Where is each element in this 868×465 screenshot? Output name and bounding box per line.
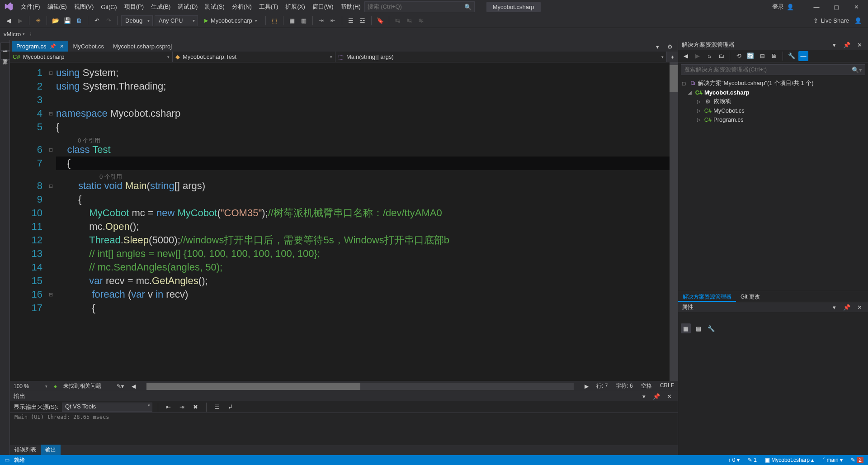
nav-project-combo[interactable]: C# Mycobot.csharp ▾ xyxy=(10,52,173,62)
brush-icon[interactable]: ✎▾ xyxy=(117,383,124,389)
output-close-button[interactable]: ✕ xyxy=(664,391,674,401)
prop-dropdown-button[interactable]: ▾ xyxy=(829,302,839,312)
menu-debug[interactable]: 调试(D) xyxy=(174,1,201,13)
tree-solution-node[interactable]: ▢ ⧉ 解决方案"Mycobot.csharp"(1 个项目/共 1 个) xyxy=(678,79,868,88)
output-body[interactable]: Main (UI) thread: 28.65 msecs xyxy=(10,413,678,445)
tb-icon-6[interactable]: ☰ xyxy=(346,16,356,26)
tab-csproj[interactable]: Mycobot.csharp.csproj xyxy=(108,41,176,52)
se-fwd-button[interactable]: ▶ xyxy=(693,51,703,61)
output-tb-3[interactable]: ✖ xyxy=(191,402,201,412)
se-back-button[interactable]: ◀ xyxy=(681,51,691,61)
editor-scrollbar[interactable] xyxy=(670,62,678,381)
status-project[interactable]: ▣ Mycobot.csharp ▴ xyxy=(765,457,814,463)
prop-alpha-button[interactable]: ▤ xyxy=(693,323,703,333)
se-pin-button[interactable]: 📌 xyxy=(842,40,852,50)
menu-file[interactable]: 文件(F) xyxy=(17,1,44,13)
open-file-button[interactable]: 📂 xyxy=(51,16,61,26)
se-properties-button[interactable]: 🔧 xyxy=(787,51,797,61)
save-button[interactable]: 💾 xyxy=(62,16,72,26)
tb-icon-5[interactable]: ⇤ xyxy=(328,16,338,26)
output-tb-1[interactable]: ⇤ xyxy=(164,402,174,412)
tab-mycobot-cs[interactable]: MyCobot.cs xyxy=(68,41,108,52)
output-tb-2[interactable]: ⇥ xyxy=(177,402,187,412)
config-combo[interactable]: Debug xyxy=(121,15,153,26)
live-share-button[interactable]: ⇪ Live Share 👤 xyxy=(811,15,864,26)
nav-back-button[interactable]: ◀ xyxy=(4,16,14,26)
output-tb-4[interactable]: ☰ xyxy=(212,402,222,412)
status-changes[interactable]: ✎ 2 xyxy=(851,457,863,463)
prop-pages-button[interactable]: 🔧 xyxy=(706,323,716,333)
nav-add-button[interactable]: ＋ xyxy=(667,52,678,62)
se-showall-button[interactable]: 🗎 xyxy=(769,51,779,61)
tree-project-node[interactable]: ◢ C# Mycobot.csharp xyxy=(678,88,868,97)
tb-icon-3[interactable]: ▥ xyxy=(299,16,309,26)
tab-program-cs[interactable]: Program.cs 📌 ✕ xyxy=(12,41,68,52)
tab-overflow-button[interactable]: ▾ xyxy=(652,42,662,52)
zoom-combo[interactable]: 100 % xyxy=(14,383,39,389)
output-tab-output[interactable]: 输出 xyxy=(41,445,61,455)
save-all-button[interactable]: 🗎 xyxy=(74,16,84,26)
server-explorer-tab[interactable]: 服务器资源管理器 xyxy=(0,43,9,51)
tree-mycobot-node[interactable]: ▷ C# MyCobot.cs xyxy=(678,106,868,115)
close-button[interactable]: ✕ xyxy=(847,1,865,13)
code-editor[interactable]: 1234567891011121314151617 ⊟⊟⊟⊟⊟ using Sy… xyxy=(10,62,678,381)
minimize-button[interactable]: ― xyxy=(807,1,826,13)
menu-project[interactable]: 项目(P) xyxy=(121,1,147,13)
menu-help[interactable]: 帮助(H) xyxy=(337,1,364,13)
tb-icon-2[interactable]: ▦ xyxy=(287,16,297,26)
tree-dependencies-node[interactable]: ▷ ⚙ 依赖项 xyxy=(678,97,868,106)
se-tab-solution[interactable]: 解决方案资源管理器 xyxy=(678,291,736,302)
se-sync-button[interactable]: ⟲ xyxy=(734,51,744,61)
toolbar-overflow-icon[interactable]: ⫶ xyxy=(29,31,33,38)
status-errors[interactable]: ✎ 1 xyxy=(748,457,757,463)
menu-edit[interactable]: 编辑(E) xyxy=(44,1,71,13)
prop-pin-button[interactable]: 📌 xyxy=(842,302,852,312)
tb-icon-9[interactable]: ↹ xyxy=(393,16,403,26)
solution-tree[interactable]: ▢ ⧉ 解决方案"Mycobot.csharp"(1 个项目/共 1 个) ◢ … xyxy=(678,77,868,291)
close-icon[interactable]: ✕ xyxy=(60,43,64,49)
se-collapse-button[interactable]: ⊟ xyxy=(757,51,767,61)
vmicro-menu[interactable]: vMicro xyxy=(4,31,21,38)
output-tab-errors[interactable]: 错误列表 xyxy=(10,445,41,455)
menu-tools[interactable]: 工具(T) xyxy=(255,1,282,13)
tree-program-node[interactable]: ▷ C# Program.cs xyxy=(678,115,868,124)
tb-icon-7[interactable]: ☲ xyxy=(358,16,368,26)
undo-button[interactable]: ↶ xyxy=(92,16,102,26)
se-switch-view-button[interactable]: 🗂 xyxy=(716,51,726,61)
status-add-to-source[interactable]: ↑ 0 ▾ xyxy=(728,457,739,463)
global-search-input[interactable]: 搜索 (Ctrl+Q) 🔍 xyxy=(364,1,475,12)
output-pin-button[interactable]: 📌 xyxy=(651,391,661,401)
menu-ext[interactable]: 扩展(X) xyxy=(282,1,308,13)
login-button[interactable]: 登录 👤 xyxy=(772,3,794,11)
tb-icon-1[interactable]: ⬚ xyxy=(269,16,279,26)
se-preview-button[interactable]: — xyxy=(798,51,808,61)
tb-icon-8[interactable]: 🔖 xyxy=(375,16,385,26)
solution-search-input[interactable]: 搜索解决方案资源管理器(Ctrl+;) 🔍▾ xyxy=(681,64,865,75)
output-source-combo[interactable]: Qt VS Tools xyxy=(62,403,152,412)
output-tb-5[interactable]: ↲ xyxy=(226,402,236,412)
toolbox-tab[interactable]: 工具箱 xyxy=(0,52,9,60)
menu-window[interactable]: 窗口(W) xyxy=(309,1,337,13)
scroll-right-button[interactable]: ▶ xyxy=(584,383,590,389)
se-close-button[interactable]: ✕ xyxy=(854,40,864,50)
pin-icon[interactable]: 📌 xyxy=(50,43,56,49)
menu-git[interactable]: Git(G) xyxy=(97,2,120,12)
issues-label[interactable]: 未找到相关问题 xyxy=(63,382,101,390)
tb-icon-10[interactable]: ↹ xyxy=(405,16,415,26)
tab-settings-button[interactable]: ⚙ xyxy=(665,42,675,52)
prop-categorized-button[interactable]: ▦ xyxy=(681,323,691,333)
start-debug-button[interactable]: ▶ Mycobot.csharp ▾ xyxy=(200,15,262,26)
menu-test[interactable]: 测试(S) xyxy=(201,1,228,13)
nav-fwd-button[interactable]: ▶ xyxy=(15,16,25,26)
redo-button[interactable]: ↷ xyxy=(104,16,113,26)
code-area[interactable]: using System;using System.Threading;name… xyxy=(54,62,670,381)
prop-close-button[interactable]: ✕ xyxy=(854,302,864,312)
nav-class-combo[interactable]: ◆ Mycobot.csharp.Test ▾ xyxy=(173,52,335,62)
scroll-left-button[interactable]: ◀ xyxy=(130,383,137,389)
output-dropdown-button[interactable]: ▾ xyxy=(639,391,649,401)
new-item-button[interactable]: ✳ xyxy=(33,16,43,26)
status-branch[interactable]: ᚶ main ▾ xyxy=(822,457,843,463)
se-refresh-button[interactable]: 🔄 xyxy=(745,51,755,61)
se-dropdown-button[interactable]: ▾ xyxy=(829,40,839,50)
maximize-button[interactable]: ▢ xyxy=(827,1,845,13)
